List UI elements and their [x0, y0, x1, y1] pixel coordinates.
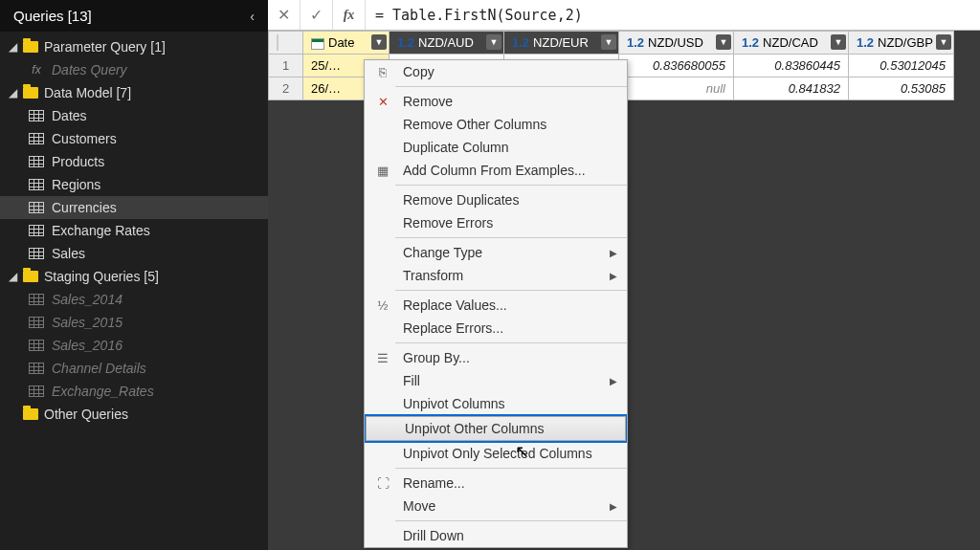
menu-item[interactable]: Remove Duplicates [365, 188, 627, 211]
menu-item[interactable]: Replace Errors... [365, 317, 627, 340]
column-header[interactable]: 1.2NZD/GBP▼ [849, 32, 954, 55]
sidebar-item-label: Sales_2015 [52, 315, 122, 330]
grid-cell[interactable]: null [619, 77, 734, 100]
formula-bar: ✕ ✓ fx [268, 0, 980, 31]
menu-item-label: Add Column From Examples... [403, 163, 586, 178]
row-number[interactable]: 1 [269, 55, 303, 77]
menu-item-icon: ✕ [372, 95, 393, 109]
menu-item-icon: ▦ [372, 164, 393, 178]
num-type-icon: 1.2 [397, 35, 414, 50]
menu-item[interactable]: ⛶Rename... [365, 472, 627, 495]
column-filter-dropdown[interactable]: ▼ [936, 34, 951, 50]
sidebar-item[interactable]: Products [0, 150, 268, 173]
num-type-icon: 1.2 [742, 35, 759, 50]
column-label: NZD/EUR [533, 35, 589, 50]
menu-item-label: Rename... [403, 475, 465, 491]
formula-input[interactable] [366, 0, 980, 30]
column-header[interactable]: 1.2NZD/USD▼ [619, 32, 734, 55]
formula-commit-button[interactable]: ✓ [301, 0, 333, 30]
menu-item[interactable]: ☰Group By... [365, 346, 627, 369]
sidebar-item-label: Dates Query [52, 62, 127, 77]
grid-cell[interactable]: 0.53085 [849, 77, 954, 100]
column-filter-dropdown[interactable]: ▼ [831, 34, 846, 50]
sidebar-group[interactable]: Other Queries [0, 403, 268, 426]
menu-item[interactable]: Fill [365, 369, 627, 392]
menu-separator [395, 237, 627, 238]
sidebar-item-label: Dates [52, 108, 87, 123]
column-header[interactable]: 1.2NZD/EUR▼ [504, 32, 619, 55]
menu-item[interactable]: Transform [365, 264, 627, 287]
sidebar-header[interactable]: Queries [13] ‹ [0, 0, 268, 32]
formula-fx-button[interactable]: fx [333, 0, 366, 30]
sidebar-group[interactable]: ◢Staging Queries [5] [0, 265, 268, 288]
menu-item[interactable]: Change Type [365, 241, 627, 264]
menu-item[interactable]: Remove Other Columns [365, 113, 627, 136]
grid-corner[interactable] [269, 32, 303, 55]
sidebar-item[interactable]: Customers [0, 127, 268, 150]
group-label: Staging Queries [5] [44, 269, 159, 284]
menu-item[interactable]: Move [365, 495, 627, 517]
sidebar-item[interactable]: Regions [0, 173, 268, 196]
sidebar-item[interactable]: Exchange Rates [0, 219, 268, 242]
sidebar-group[interactable]: ◢Data Model [7] [0, 81, 268, 104]
formula-cancel-button[interactable]: ✕ [268, 0, 301, 30]
sidebar-item-label: Regions [52, 177, 100, 192]
sidebar-item-label: Sales [52, 246, 85, 261]
sidebar-item[interactable]: Exchange_Rates [0, 380, 268, 403]
menu-item[interactable]: Unpivot Columns [365, 392, 627, 415]
column-context-menu[interactable]: ⎘Copy✕RemoveRemove Other ColumnsDuplicat… [364, 59, 628, 548]
sidebar-item[interactable]: Sales_2015 [0, 311, 268, 334]
column-filter-dropdown[interactable]: ▼ [601, 34, 616, 50]
sidebar-item[interactable]: Dates [0, 104, 268, 127]
sidebar-item[interactable]: Sales [0, 242, 268, 265]
grid-cell[interactable]: 0.83860445 [734, 55, 849, 77]
grid-cell[interactable]: 0.836680055 [619, 55, 734, 77]
menu-item[interactable]: Unpivot Only Selected Columns [365, 442, 627, 465]
column-filter-dropdown[interactable]: ▼ [486, 34, 501, 50]
folder-icon [23, 41, 38, 53]
menu-item[interactable]: ½Replace Values... [365, 294, 627, 317]
sidebar-collapse-icon[interactable]: ‹ [250, 9, 255, 24]
menu-item[interactable]: ✕Remove [365, 90, 627, 113]
grid-cell[interactable]: 0.841832 [734, 77, 849, 100]
column-header[interactable]: Date▼ [303, 32, 390, 55]
column-filter-dropdown[interactable]: ▼ [371, 34, 387, 50]
sidebar-item[interactable]: fxDates Query [0, 58, 268, 81]
menu-item[interactable]: Remove Errors [365, 211, 627, 234]
row-number[interactable]: 2 [269, 77, 303, 100]
menu-item-label: Unpivot Other Columns [405, 421, 545, 436]
table-icon [29, 340, 44, 351]
sidebar-item[interactable]: Sales_2014 [0, 288, 268, 311]
sidebar-item[interactable]: Currencies [0, 196, 268, 219]
menu-item[interactable]: Unpivot Other Columns [367, 417, 625, 440]
menu-item-label: Remove [403, 94, 453, 109]
table-icon [29, 317, 44, 328]
data-grid-area: Date▼1.2NZD/AUD▼1.2NZD/EUR▼1.2NZD/USD▼1.… [268, 31, 980, 550]
num-type-icon: 1.2 [627, 35, 644, 50]
grid-cell[interactable]: 0.53012045 [849, 55, 954, 77]
sidebar-item[interactable]: Sales_2016 [0, 334, 268, 357]
column-label: Date [328, 35, 354, 50]
menu-item[interactable]: ⎘Copy [365, 60, 627, 83]
column-filter-dropdown[interactable]: ▼ [716, 34, 731, 50]
menu-item[interactable]: Drill Down [365, 524, 627, 547]
sidebar-item[interactable]: Channel Details [0, 357, 268, 380]
date-type-icon [311, 38, 324, 50]
sidebar-item-label: Currencies [52, 200, 117, 215]
table-icon [29, 110, 44, 121]
menu-item-label: Remove Other Columns [403, 117, 546, 132]
column-label: NZD/GBP [878, 35, 933, 50]
column-header[interactable]: 1.2NZD/CAD▼ [734, 32, 849, 55]
column-label: NZD/CAD [763, 35, 818, 50]
group-label: Data Model [7] [44, 85, 131, 100]
group-label: Parameter Query [1] [44, 39, 166, 55]
menu-item[interactable]: ▦Add Column From Examples... [365, 159, 627, 182]
sidebar-group[interactable]: ◢Parameter Query [1] [0, 35, 268, 58]
main-area: ✕ ✓ fx Date▼1.2NZD/AUD▼1.2NZD/EUR▼1.2NZD… [268, 0, 980, 550]
menu-item-label: Remove Duplicates [403, 192, 519, 208]
sidebar-title: Queries [13] [13, 8, 92, 24]
column-header[interactable]: 1.2NZD/AUD▼ [390, 32, 504, 55]
sidebar-item-label: Exchange_Rates [52, 384, 154, 399]
menu-item[interactable]: Duplicate Column [365, 136, 627, 159]
menu-separator [395, 290, 627, 291]
